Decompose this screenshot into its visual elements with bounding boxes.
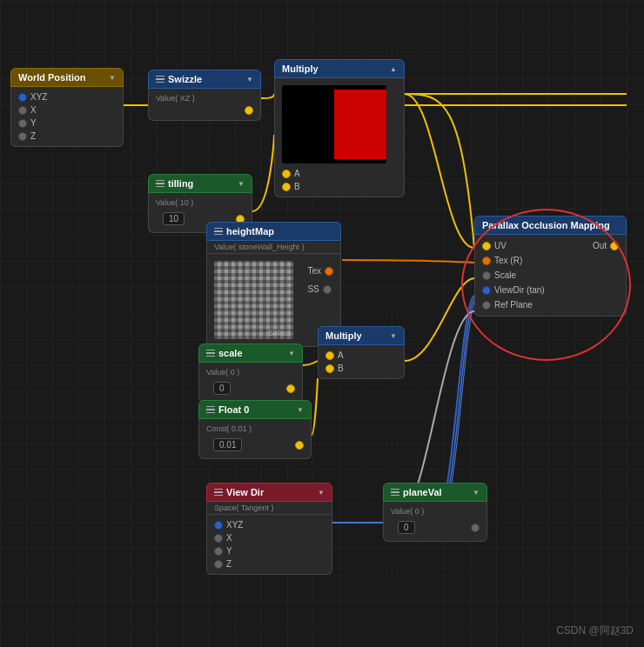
multiply-mid-header: Multiply ▼ — [318, 326, 405, 345]
pom-scale-row: Scale — [475, 268, 626, 283]
planeval-subtitle: Value( 0 ) — [391, 507, 424, 516]
heightmap-preview: Select — [214, 261, 293, 339]
pom-out-pin — [610, 242, 619, 250]
scale-dropdown[interactable]: ▼ — [288, 350, 295, 357]
float0-header: Float 0 ▼ — [198, 400, 312, 419]
preview-svg — [282, 85, 386, 163]
swizzle-output-row — [149, 104, 260, 117]
multiply-mid-node[interactable]: Multiply ▼ A B — [318, 326, 405, 379]
planeval-menu-icon — [391, 489, 399, 497]
heightmap-selected-label: Select — [268, 329, 290, 337]
world-position-header: World Position ▼ — [10, 68, 124, 87]
float0-subtitle-row: Const( 0.01 ) — [199, 423, 311, 435]
multiply-top-header: Multiply ▲ — [274, 59, 405, 78]
planeval-subtitle-row: Value( 0 ) — [384, 505, 486, 517]
ss-pin — [323, 285, 332, 294]
swizzle-dropdown[interactable]: ▼ — [246, 76, 253, 83]
pom-viewdir-row: ViewDir (tan) — [475, 283, 626, 297]
planeval-header: planeVal ▼ — [383, 483, 487, 502]
viewdir-dropdown[interactable]: ▼ — [318, 489, 325, 497]
pom-uv-row: UV Out — [475, 238, 626, 253]
swizzle-menu-icon — [156, 76, 164, 83]
tilling-subtitle: Value( 10 ) — [156, 198, 193, 207]
scale-output-pin — [286, 384, 295, 393]
swizzle-node[interactable]: Swizzle ▼ Value( XZ ) — [148, 70, 261, 121]
multiply-mid-title: Multiply — [325, 330, 362, 341]
multiply-top-A-pin — [282, 170, 291, 178]
multiply-mid-A-pin — [325, 351, 334, 360]
planeval-dropdown[interactable]: ▼ — [473, 489, 480, 497]
world-pos-z-row: Z — [11, 130, 123, 143]
multiply-top-B-pin — [282, 183, 291, 191]
pom-title: Parallax Occlusion Mapping — [482, 220, 610, 230]
float0-node[interactable]: Float 0 ▼ Const( 0.01 ) 0.01 — [198, 400, 312, 459]
tilling-dropdown[interactable]: ▼ — [238, 180, 245, 188]
viewdir-z-row: Z — [207, 557, 332, 570]
x-pin — [18, 106, 27, 115]
viewdir-z-pin — [214, 560, 223, 569]
multiply-mid-dropdown[interactable]: ▼ — [390, 332, 397, 340]
scale-subtitle-row: Value( 0 ) — [199, 366, 302, 378]
tilling-value[interactable]: 10 — [163, 212, 184, 225]
float0-dropdown[interactable]: ▼ — [297, 406, 304, 414]
tilling-menu-icon — [156, 180, 164, 188]
viewdir-y-pin — [214, 547, 223, 556]
tilling-subtitle-row: Value( 10 ) — [149, 197, 252, 209]
viewdir-node[interactable]: View Dir ▼ Space( Tangent ) XYZ X Y Z — [206, 483, 332, 575]
viewdir-subtitle: Space( Tangent ) — [214, 504, 273, 512]
float0-value[interactable]: 0.01 — [213, 438, 242, 451]
multiply-mid-B-pin — [325, 364, 334, 373]
pom-refplane-row: Ref Plane — [475, 297, 626, 312]
tilling-header: tilling ▼ — [148, 174, 252, 193]
world-pos-x-row: X — [11, 103, 123, 117]
viewdir-x-pin — [214, 534, 223, 543]
pom-viewdir-pin — [482, 286, 491, 295]
planeval-output-pin — [471, 524, 480, 532]
multiply-top-dropdown[interactable]: ▲ — [390, 65, 397, 73]
z-pin — [18, 132, 27, 141]
multiply-top-B-row: B — [275, 180, 404, 193]
viewdir-title: View Dir — [226, 487, 264, 497]
pom-refplane-pin — [482, 301, 491, 310]
swizzle-output-pin — [245, 106, 253, 115]
scale-header: scale ▼ — [198, 344, 303, 363]
scale-subtitle: Value( 0 ) — [206, 368, 239, 377]
world-position-node[interactable]: World Position ▼ XYZ X Y Z — [10, 68, 124, 147]
heightmap-header: heightMap — [206, 222, 341, 241]
swizzle-subtitle: Value( XZ ) — [156, 94, 195, 103]
multiply-top-preview — [282, 85, 386, 163]
pom-tex-row: Tex (R) — [475, 253, 626, 268]
heightmap-menu-icon — [214, 228, 223, 236]
world-pos-y-row: Y — [11, 117, 123, 130]
planeval-value[interactable]: 0 — [398, 521, 415, 534]
heightmap-tex-row: Tex — [300, 264, 340, 277]
multiply-top-A-row: A — [275, 167, 404, 180]
viewdir-xyz-pin — [214, 521, 223, 530]
multiply-mid-B-row: B — [319, 362, 404, 375]
y-pin — [18, 119, 27, 128]
planeval-title: planeVal — [403, 487, 442, 497]
swizzle-subtitle-row: Value( XZ ) — [149, 92, 260, 104]
scale-title: scale — [218, 348, 243, 358]
heightmap-title: heightMap — [226, 226, 274, 237]
float0-output-pin — [295, 441, 304, 450]
pom-node[interactable]: Parallax Occlusion Mapping UV Out Tex (R… — [474, 216, 627, 317]
multiply-top-node[interactable]: Multiply ▲ A B — [274, 59, 405, 197]
planeval-node[interactable]: planeVal ▼ Value( 0 ) 0 — [383, 483, 487, 542]
scale-node[interactable]: scale ▼ Value( 0 ) 0 — [198, 344, 303, 403]
viewdir-menu-icon — [214, 489, 223, 497]
heightmap-subtitle: Value( stoneWall_Height ) — [214, 243, 305, 251]
float0-subtitle: Const( 0.01 ) — [206, 424, 252, 433]
viewdir-x-row: X — [207, 531, 332, 544]
world-position-dropdown[interactable]: ▼ — [109, 74, 116, 82]
tilling-title: tilling — [168, 178, 193, 189]
scale-menu-icon — [206, 350, 215, 357]
pom-scale-pin — [482, 271, 491, 280]
heightmap-ss-row: SS — [300, 283, 340, 296]
pom-header: Parallax Occlusion Mapping — [474, 216, 627, 235]
multiply-mid-A-row: A — [319, 349, 404, 362]
scale-value[interactable]: 0 — [213, 382, 231, 395]
world-position-title: World Position — [18, 72, 85, 83]
tex-pin — [325, 267, 333, 276]
pom-uv-pin — [482, 242, 491, 250]
